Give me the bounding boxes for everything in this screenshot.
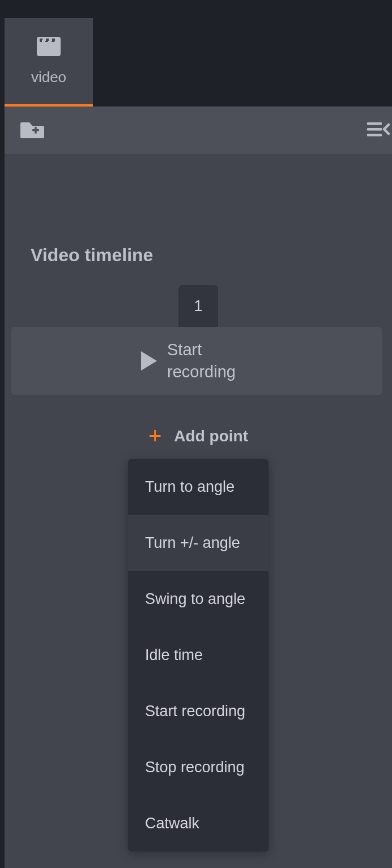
add-point-menu: Turn to angle Turn +/- angle Swing to an…	[128, 459, 269, 852]
svg-rect-3	[367, 128, 382, 131]
new-folder-button[interactable]	[20, 119, 44, 142]
menu-item-catwalk[interactable]: Catwalk	[128, 795, 269, 852]
svg-rect-4	[367, 134, 382, 137]
plus-icon: +	[148, 423, 161, 449]
menu-item-turn-to-angle[interactable]: Turn to angle	[128, 459, 269, 515]
menu-item-idle-time[interactable]: Idle time	[128, 627, 269, 683]
folder-plus-icon	[20, 119, 44, 139]
svg-rect-2	[367, 122, 382, 125]
collapse-panel-button[interactable]	[366, 119, 390, 142]
menu-item-start-recording[interactable]: Start recording	[128, 683, 269, 739]
timeline-step[interactable]: Start recording	[11, 327, 382, 395]
section-title: Video timeline	[5, 245, 392, 266]
movie-clapboard-icon	[37, 37, 61, 56]
timeline-step-label: Start recording	[167, 339, 252, 383]
menu-collapse-icon	[366, 119, 390, 139]
menu-item-turn-plus-minus-angle[interactable]: Turn +/- angle	[128, 515, 269, 571]
toolbar	[5, 107, 392, 154]
step-number-badge: 1	[178, 285, 218, 327]
menu-item-swing-to-angle[interactable]: Swing to angle	[128, 571, 269, 627]
svg-rect-1	[35, 127, 37, 134]
add-point-label: Add point	[174, 427, 248, 445]
menu-item-stop-recording[interactable]: Stop recording	[128, 739, 269, 795]
tab-video-label: video	[31, 69, 66, 86]
play-icon	[141, 351, 157, 371]
add-point-button[interactable]: + Add point	[5, 423, 392, 449]
tab-video[interactable]: video	[5, 18, 93, 107]
